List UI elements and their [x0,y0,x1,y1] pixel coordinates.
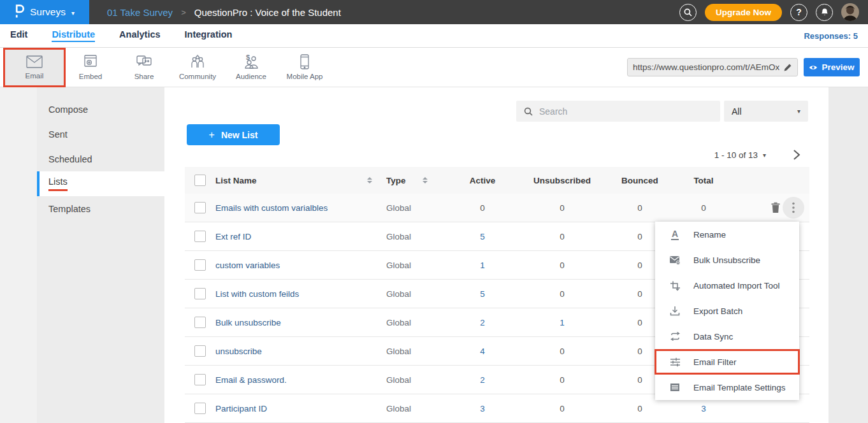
col-type: Type [386,176,406,185]
chevron-down-icon: ▾ [763,152,766,159]
row-checkbox[interactable] [194,345,206,357]
avatar[interactable] [841,3,859,21]
menu-item-label: Email Template Settings [693,383,786,392]
search-icon [524,107,533,116]
chevron-right-icon [793,149,800,161]
menu-item-rename[interactable]: A Rename [655,222,799,247]
upgrade-now-button[interactable]: Upgrade Now [705,4,782,21]
tab-analytics[interactable]: Analytics [119,29,160,42]
row-checkbox[interactable] [194,374,206,385]
channel-mobile-app[interactable]: Mobile App [278,50,331,85]
list-name-link[interactable]: Ext ref ID [215,232,251,241]
channel-email[interactable]: Email [5,50,64,85]
unsubscribed-count: 0 [517,203,607,213]
row-checkbox[interactable] [194,259,206,271]
list-name-link[interactable]: custom variables [215,261,280,270]
sort-icon[interactable] [423,177,428,183]
pagination-range-dropdown[interactable]: 1 - 10 of 13 ▾ [714,150,766,160]
active-count[interactable]: 3 [447,404,517,413]
filter-value: All [732,106,742,117]
row-checkbox[interactable] [194,202,206,213]
list-name-link[interactable]: Email & password. [215,375,287,385]
unsubscribed-count[interactable]: 1 [517,318,607,327]
channel-share[interactable]: Share [117,50,171,85]
list-name-link[interactable]: unsubscribe [215,347,262,356]
tab-edit[interactable]: Edit [10,29,27,42]
channel-community[interactable]: Community [171,50,224,85]
menu-item-export-batch[interactable]: Export Batch [655,298,799,324]
list-name-link[interactable]: Bulk unsubscribe [215,318,281,327]
menu-item-label: Automated Import Tool [693,281,780,290]
select-all-checkbox[interactable] [194,175,206,186]
row-type: Global [381,347,447,356]
delete-list-button[interactable] [770,202,781,213]
row-checkbox[interactable] [194,317,206,328]
active-count[interactable]: 5 [447,232,517,241]
sidebar-item-compose[interactable]: Compose [37,97,164,122]
email-icon [25,55,44,69]
channel-label: Community [179,73,216,80]
row-checkbox[interactable] [194,288,206,299]
list-name-link[interactable]: List with custom feilds [215,289,299,299]
tab-integration[interactable]: Integration [185,29,233,42]
unsubscribed-count: 0 [517,232,607,241]
share-icon [135,54,153,69]
channel-label: Mobile App [287,73,323,80]
active-count[interactable]: 4 [447,347,517,356]
breadcrumb-folder-link[interactable]: 01 Take Survey [107,7,173,18]
mobile-app-icon [300,54,310,69]
search-input[interactable] [539,106,712,117]
list-name-link[interactable]: Participant ID [215,404,267,413]
survey-url-input[interactable] [633,62,779,72]
sidebar-item-sent[interactable]: Sent [37,122,164,147]
row-menu-button[interactable] [783,197,804,219]
list-name-link[interactable]: Emails with custom varialbles [215,203,328,213]
menu-item-email-template-settings[interactable]: Email Template Settings [655,375,799,400]
edit-url-button[interactable] [783,63,792,72]
filter-row: All ▾ [164,101,808,122]
distribute-toolbar: Email Embed Share Community $ Audience M… [0,48,868,87]
bulk-unsubscribe-icon [669,255,681,265]
channel-label: Audience [236,73,266,80]
channel-embed[interactable]: Embed [64,50,117,85]
new-list-button[interactable]: + New List [187,124,280,145]
help-button[interactable]: ? [790,4,807,21]
menu-item-bulk-unsubscribe[interactable]: Bulk Unsubscribe [655,247,799,273]
sidebar-item-lists[interactable]: Lists [37,171,164,196]
search-icon [684,8,692,17]
list-context-menu: A Rename Bulk Unsubscribe Automated Impo… [655,222,799,400]
list-filter-dropdown[interactable]: All ▾ [724,101,808,122]
menu-item-label: Bulk Unsubscribe [693,255,760,265]
embed-icon [82,54,99,69]
active-count[interactable]: 1 [447,261,517,270]
channel-audience[interactable]: $ Audience [224,50,278,85]
responses-count-link[interactable]: Responses: 5 [804,31,858,41]
tab-distribute[interactable]: Distribute [52,29,95,42]
svg-text:$: $ [246,54,250,61]
export-batch-icon [669,306,681,316]
sidebar-item-templates[interactable]: Templates [37,196,164,221]
notifications-button[interactable] [816,4,833,21]
menu-item-data-sync[interactable]: Data Sync [655,324,799,349]
email-sidebar: Compose Sent Scheduled Lists Templates [37,87,164,423]
topbar-actions: Upgrade Now ? [679,3,868,21]
row-checkbox[interactable] [194,231,206,242]
left-gutter [0,87,37,423]
active-count[interactable]: 2 [447,375,517,385]
col-unsubscribed: Unsubscribed [517,176,607,185]
active-count[interactable]: 2 [447,318,517,327]
surveys-menu[interactable]: Surveys ▾ [0,0,89,24]
active-count[interactable]: 5 [447,289,517,299]
next-page-button[interactable] [793,149,800,161]
unsubscribed-count: 0 [517,404,607,413]
preview-button[interactable]: Preview [804,58,860,76]
sidebar-item-scheduled[interactable]: Scheduled [37,147,164,171]
search-button[interactable] [679,4,697,21]
row-checkbox[interactable] [194,403,206,414]
total-count[interactable]: 3 [673,404,734,413]
sort-icon[interactable] [367,177,372,183]
menu-item-email-filter[interactable]: Email Filter [655,349,799,375]
product-name: Surveys [30,6,66,18]
menu-item-automated-import-tool[interactable]: Automated Import Tool [655,273,799,298]
survey-url-box [627,58,798,76]
